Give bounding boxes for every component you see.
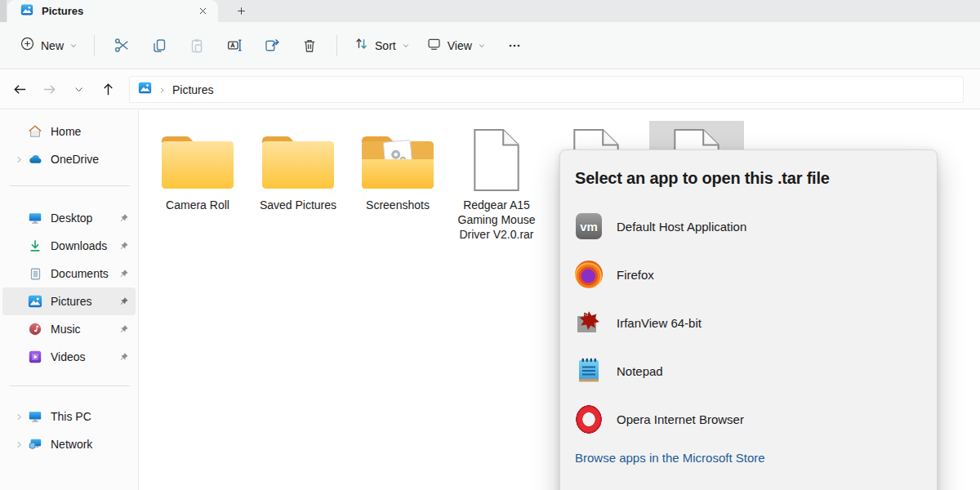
sidebar-item-music[interactable]: Music [2, 315, 136, 343]
app-option-irfanview[interactable]: IrfanView 64-bit [575, 305, 922, 341]
new-tab-button[interactable] [229, 2, 252, 20]
expand-chevron-icon[interactable] [11, 440, 27, 449]
pictures-icon [138, 81, 152, 98]
sidebar-item-this-pc[interactable]: This PC [2, 403, 136, 430]
recent-locations-button[interactable] [64, 76, 93, 104]
grid-item-folder[interactable]: Saved Pictures [248, 125, 348, 212]
pin-icon [116, 324, 131, 335]
pictures-icon [20, 3, 33, 20]
tab-title: Pictures [42, 5, 194, 17]
pin-icon [116, 269, 131, 279]
view-button[interactable]: View [418, 30, 494, 61]
command-toolbar: New Sort [0, 22, 980, 69]
delete-button[interactable] [291, 30, 328, 61]
breadcrumb-chevron-icon [158, 82, 166, 97]
breadcrumb-location[interactable]: Pictures [172, 83, 214, 96]
sidebar-item-downloads[interactable]: Downloads [2, 232, 136, 260]
ellipsis-icon [507, 38, 522, 53]
pin-icon [116, 296, 131, 307]
view-icon [426, 36, 442, 55]
tab-strip: Pictures [0, 0, 980, 22]
pin-icon [116, 213, 131, 224]
sidebar-item-network[interactable]: Network [2, 430, 136, 458]
sidebar-divider [10, 185, 130, 186]
music-icon [27, 322, 43, 336]
new-button[interactable]: New [11, 30, 86, 61]
sort-button[interactable]: Sort [345, 30, 418, 61]
grid-item-file[interactable]: Redgear A15 Gaming Mouse Driver V2.0.rar [447, 125, 546, 242]
view-button-label: View [448, 39, 472, 52]
sidebar-item-documents[interactable]: Documents [2, 260, 136, 287]
arrow-left-icon [12, 82, 28, 97]
cut-button[interactable] [103, 30, 140, 61]
file-explorer-window: Pictures New [0, 0, 980, 490]
trash-icon [301, 38, 318, 54]
plus-circle-icon [20, 36, 35, 55]
new-button-label: New [41, 39, 64, 52]
expand-chevron-icon[interactable] [11, 412, 27, 421]
sidebar-item-desktop[interactable]: Desktop [2, 204, 136, 232]
app-option-opera[interactable]: Opera Internet Browser [575, 401, 922, 437]
onedrive-icon [27, 152, 43, 167]
chevron-down-icon [74, 84, 84, 95]
desktop-icon [27, 211, 43, 225]
copy-button[interactable] [140, 30, 178, 61]
file-icon [447, 125, 546, 192]
app-option-firefox[interactable]: Firefox [575, 256, 922, 292]
this-pc-icon [27, 409, 43, 424]
toolbar-separator [336, 35, 337, 56]
grid-item-folder[interactable]: Camera Roll [148, 125, 247, 212]
sidebar-item-home[interactable]: Home [2, 118, 136, 145]
grid-item-folder[interactable]: Screenshots [348, 125, 448, 212]
app-option-default-host[interactable]: vm Default Host Application [575, 208, 922, 244]
pictures-icon [27, 294, 43, 309]
vmware-icon: vm [576, 213, 602, 239]
opera-icon [576, 405, 602, 434]
sidebar-divider [10, 385, 130, 386]
chevron-down-icon [402, 38, 410, 53]
folder-with-content-icon [348, 125, 448, 192]
tab-pictures[interactable]: Pictures [7, 0, 218, 22]
rename-icon [226, 37, 243, 54]
irfanview-icon [575, 309, 603, 336]
up-button[interactable] [93, 76, 122, 104]
pin-icon [116, 352, 131, 363]
sort-arrows-icon [354, 36, 369, 55]
see-more-button[interactable] [499, 30, 530, 61]
app-option-notepad[interactable]: Notepad [575, 353, 922, 389]
navigation-pane: Home OneDrive Desktop [0, 110, 139, 490]
rename-button[interactable] [216, 30, 253, 61]
scissors-icon [114, 37, 131, 54]
folder-icon [148, 125, 247, 192]
arrow-right-icon [42, 82, 57, 97]
videos-icon [27, 350, 43, 364]
pin-icon [116, 241, 131, 252]
expand-chevron-icon[interactable] [11, 155, 27, 164]
firefox-icon [575, 261, 603, 288]
folder-icon [248, 125, 348, 192]
sidebar-item-videos[interactable]: Videos [2, 343, 136, 371]
paste-button[interactable] [178, 30, 216, 61]
dialog-title: Select an app to open this .tar file [575, 169, 922, 188]
chevron-down-icon [69, 38, 78, 53]
downloads-icon [27, 238, 43, 253]
share-icon [264, 37, 281, 54]
window-edge [0, 0, 7, 22]
home-icon [27, 124, 43, 139]
breadcrumb[interactable]: Pictures [129, 76, 964, 103]
browse-store-link[interactable]: Browse apps in the Microsoft Store [575, 451, 922, 465]
back-button[interactable] [5, 76, 34, 104]
forward-button[interactable] [34, 76, 64, 104]
notepad-icon [575, 357, 603, 385]
tab-close-icon[interactable] [194, 3, 212, 20]
arrow-up-icon [100, 82, 116, 97]
paste-icon [189, 38, 205, 54]
address-bar: Pictures [0, 70, 980, 109]
toolbar-separator [94, 35, 95, 56]
share-button[interactable] [253, 30, 291, 61]
sidebar-item-pictures[interactable]: Pictures [2, 287, 136, 315]
copy-icon [151, 38, 167, 54]
network-icon [27, 437, 43, 452]
documents-icon [27, 267, 43, 281]
sidebar-item-onedrive[interactable]: OneDrive [2, 145, 136, 173]
